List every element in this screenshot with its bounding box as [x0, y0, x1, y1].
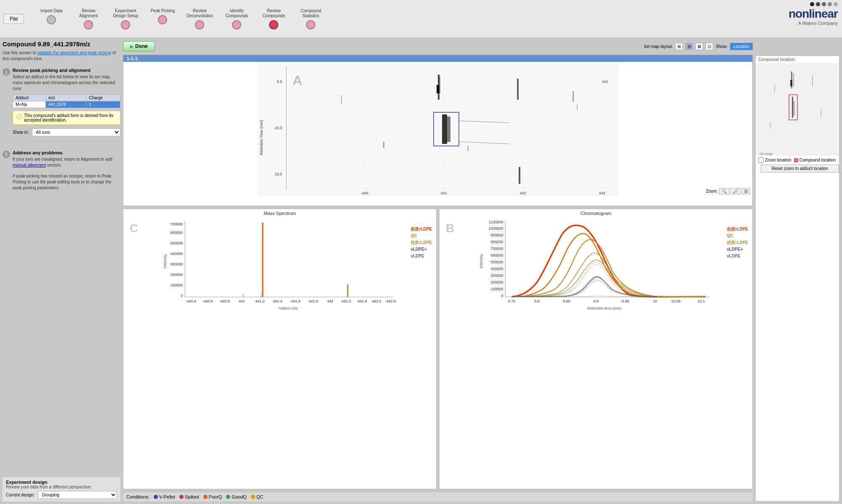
svg-text:442.2: 442.2 — [341, 299, 351, 303]
svg-text:9.5: 9.5 — [277, 80, 282, 84]
show-in-label: Show in: — [13, 130, 29, 135]
mass-spectrum-panel: Mass Spectrum C 0 100000 200000 300 — [123, 209, 437, 489]
svg-text:440.8: 440.8 — [220, 299, 230, 303]
svg-rect-61 — [262, 223, 264, 297]
layout-btn-4[interactable]: ⊡ — [706, 43, 713, 50]
file-button[interactable]: File — [3, 14, 24, 24]
svg-rect-29 — [383, 142, 384, 148]
workflow-step-import: Import Data — [37, 8, 66, 24]
zoom-reset-button[interactable]: ⊡ — [742, 188, 750, 194]
svg-text:1000000: 1000000 — [488, 226, 503, 231]
charge-col-header: Charge — [86, 95, 120, 101]
ion-map-svg: 440 441 442 443 9.5 10.0 10.5 m/z Retent… — [123, 62, 752, 196]
svg-rect-92 — [790, 80, 792, 86]
workflow-step-deconv: Review Deconvolution — [185, 8, 214, 29]
svg-text:300000: 300000 — [170, 262, 183, 266]
svg-text:100000: 100000 — [490, 287, 503, 291]
svg-text:m/z: m/z — [602, 80, 608, 84]
zoom-out-button[interactable]: 🔎 — [730, 188, 741, 194]
section-label-c: C — [130, 222, 138, 235]
svg-text:442: 442 — [520, 191, 526, 195]
svg-text:441.8: 441.8 — [309, 299, 318, 303]
workflow-step-peakpick: Peak Picking — [148, 8, 177, 24]
svg-text:9.8: 9.8 — [534, 299, 540, 303]
info-text: This compound's adduct form is derived f… — [24, 113, 117, 122]
zoom-location-checkbox[interactable] — [758, 157, 764, 163]
svg-text:441: 441 — [239, 299, 245, 303]
svg-text:400000: 400000 — [170, 252, 183, 256]
step-dot-stats[interactable] — [306, 20, 315, 29]
workflow-step-stats: Compound Statistics — [296, 8, 325, 29]
compound-subtitle: Use this screen to validate the alignmen… — [3, 50, 120, 62]
svg-text:500000: 500000 — [490, 260, 503, 264]
alignment-link[interactable]: validate the alignment and peak picking — [37, 50, 111, 55]
compound-location-title: Compound location: — [756, 56, 839, 63]
svg-text:440.4: 440.4 — [187, 299, 196, 303]
svg-text:9.95: 9.95 — [622, 299, 629, 303]
step-dot-review[interactable] — [269, 20, 278, 29]
step2-content: Address any problems If your ions are mi… — [13, 150, 120, 191]
location-button[interactable]: Location — [730, 43, 753, 50]
svg-rect-98 — [821, 109, 821, 117]
step-dot-deconv[interactable] — [195, 20, 204, 29]
divider-1 — [3, 141, 120, 142]
bottom-bar: Conditions: V-Pellet Spiked PoorQ GoodQ — [123, 492, 753, 501]
svg-text:600000: 600000 — [490, 253, 503, 257]
exp-design-subtitle: Review your data from a different perspe… — [6, 485, 117, 489]
svg-rect-25 — [442, 114, 447, 144]
mini-ion-map-svg: m/z range — [756, 63, 839, 156]
svg-rect-33 — [577, 104, 578, 110]
step-dot-peakpick[interactable] — [158, 15, 167, 24]
svg-text:700000: 700000 — [490, 247, 503, 251]
svg-text:900000: 900000 — [490, 233, 503, 237]
zoom-location-label: Zoom location — [765, 158, 791, 162]
svg-text:442.8: 442.8 — [386, 299, 396, 303]
left-panel: Compound 9.89_441.2978m/z Use this scree… — [3, 40, 120, 501]
svg-text:9.85: 9.85 — [563, 299, 570, 303]
step2-heading: Address any problems — [13, 150, 120, 155]
top-controls-bar: Done Ion map layout: ⊞ ⊟ ⊠ ⊡ Show: Locat… — [123, 40, 753, 52]
svg-rect-63 — [243, 294, 244, 297]
svg-text:441: 441 — [440, 191, 447, 195]
zoom-in-button[interactable]: 🔍 — [719, 188, 729, 194]
svg-rect-62 — [347, 284, 349, 297]
svg-rect-99 — [770, 122, 771, 128]
main-container: File Import Data Review Alignment Experi… — [0, 0, 842, 504]
step2-text2: If peak picking has missed an isotope, r… — [13, 173, 120, 191]
svg-text:200000: 200000 — [170, 273, 183, 277]
svg-text:0: 0 — [181, 294, 183, 298]
step-dot-design[interactable] — [121, 20, 130, 29]
layout-btn-2[interactable]: ⊟ — [685, 43, 693, 50]
svg-rect-93 — [792, 97, 793, 118]
done-button[interactable]: Done — [123, 41, 155, 51]
show-in-select[interactable]: All runs Selected runs — [32, 128, 120, 136]
adduct-row[interactable]: M+Na 441.2978 1 — [13, 101, 120, 108]
reset-zoom-button[interactable]: Reset zoom to adduct location — [761, 164, 839, 172]
layout-btn-1[interactable]: ⊞ — [675, 43, 683, 50]
svg-rect-27 — [517, 79, 519, 100]
step-dot-alignment[interactable] — [84, 20, 93, 29]
svg-rect-22 — [440, 77, 440, 93]
done-bar: Done — [123, 40, 155, 52]
svg-rect-97 — [812, 76, 813, 86]
svg-text:0: 0 — [501, 294, 503, 298]
layout-btn-3[interactable]: ⊠ — [695, 43, 703, 50]
current-design-select[interactable]: Grouping — [38, 491, 117, 499]
alignment-link2[interactable]: manual alignment — [13, 163, 46, 167]
zoom-location-check: Zoom location — [758, 157, 791, 163]
step-dot-identify[interactable] — [232, 20, 241, 29]
step1-section: 1 Review peak picking and alignment Sele… — [3, 68, 120, 136]
svg-rect-30 — [341, 95, 342, 104]
step2-section: 2 Address any problems If your ions are … — [3, 150, 120, 191]
workflow-step-design: Experiment Design Setup — [111, 8, 140, 29]
mass-spectrum-body[interactable]: C 0 100000 200000 300000 400000 500000 — [123, 218, 436, 489]
step-dot-import[interactable] — [47, 15, 56, 24]
info-box: ⓘ This compound's adduct form is derived… — [13, 111, 120, 125]
svg-text:Intensity: Intensity — [479, 254, 483, 268]
ion-map-body[interactable]: 440 441 442 443 9.5 10.0 10.5 m/z Retent… — [123, 62, 752, 196]
chromatogram-body[interactable]: B 0 100000 200000 300000 400000 500000 — [440, 218, 752, 489]
ion-map-container: 1-1-1: — [123, 55, 753, 206]
svg-text:600000: 600000 — [170, 231, 183, 235]
condition-qc: QC — [251, 494, 264, 499]
svg-text:10.05: 10.05 — [671, 299, 681, 303]
